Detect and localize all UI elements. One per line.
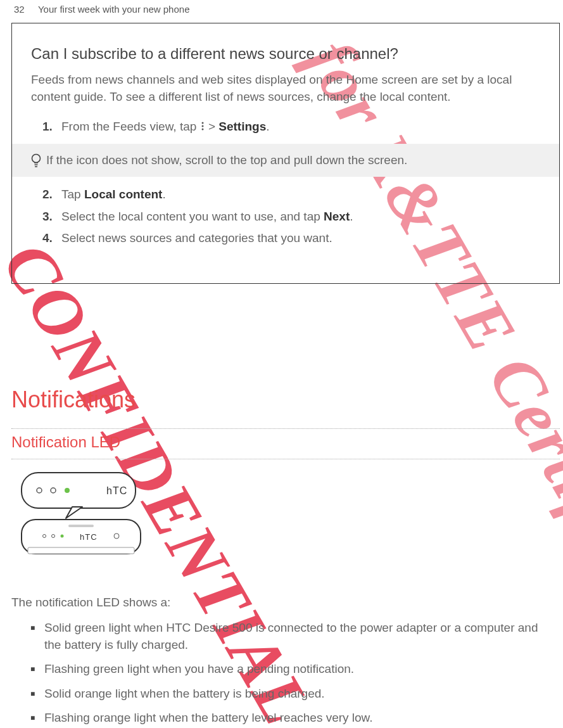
bullet-icon: ■ — [30, 686, 44, 703]
svg-point-1 — [201, 125, 203, 127]
tip-callout: If the icon does not show, scroll to the… — [12, 144, 559, 177]
bullet-icon: ■ — [30, 661, 44, 678]
menu-icon — [200, 118, 205, 137]
divider — [11, 428, 560, 429]
led-bullet-list: ■Solid green light when HTC Desire 500 i… — [30, 620, 550, 728]
svg-text:hTC: hTC — [80, 532, 98, 542]
divider — [11, 459, 560, 459]
svg-rect-15 — [68, 525, 94, 527]
bullet-icon: ■ — [30, 710, 44, 727]
steps-list: 1. From the Feeds view, tap > Settings. — [31, 118, 540, 136]
svg-rect-16 — [28, 547, 134, 554]
heading-notifications: Notifications — [11, 386, 136, 413]
faq-box: Can I subscribe to a different news sour… — [11, 23, 560, 284]
section-title: Your first week with your new phone — [38, 4, 190, 15]
list-item: ■Solid orange light when the battery is … — [30, 686, 550, 703]
list-item: ■Solid green light when HTC Desire 500 i… — [30, 620, 550, 653]
page-header: 32 Your first week with your new phone — [0, 0, 563, 15]
step-text: Select the local content you want to use… — [61, 208, 353, 226]
step-2: 2. Tap Local content. — [42, 186, 540, 204]
steps-list-cont: 2. Tap Local content. 3. Select the loca… — [31, 186, 540, 248]
step-3: 3. Select the local content you want to … — [42, 208, 540, 226]
step-number: 4. — [42, 229, 61, 248]
page-number: 32 — [14, 4, 35, 15]
list-item: ■Flashing orange light when the battery … — [30, 710, 550, 727]
step-number: 3. — [42, 208, 61, 226]
phone-led-illustration: hTC hTC — [11, 469, 151, 551]
lightbulb-icon — [18, 153, 37, 168]
svg-point-7 — [65, 488, 70, 493]
faq-question: Can I subscribe to a different news sour… — [31, 45, 540, 63]
step-text: Tap Local content. — [61, 186, 166, 204]
step-4: 4. Select news sources and categories th… — [42, 229, 540, 248]
step-text: From the Feeds view, tap > Settings. — [61, 118, 269, 136]
led-paragraph: The notification LED shows a: — [11, 596, 550, 610]
bullet-icon: ■ — [30, 620, 44, 653]
step-1: 1. From the Feeds view, tap > Settings. — [42, 118, 540, 136]
svg-point-2 — [201, 128, 203, 130]
faq-intro: Feeds from news channels and web sites d… — [31, 72, 540, 105]
svg-text:hTC: hTC — [106, 485, 127, 496]
step-number: 2. — [42, 186, 61, 204]
list-item: ■Flashing green light when you have a pe… — [30, 661, 550, 678]
step-number: 1. — [42, 118, 61, 136]
svg-point-0 — [201, 122, 203, 124]
heading-notification-led: Notification LED — [11, 433, 120, 451]
tip-text: If the icon does not show, scroll to the… — [37, 153, 407, 167]
svg-point-12 — [61, 535, 64, 538]
step-text: Select news sources and categories that … — [61, 229, 332, 248]
